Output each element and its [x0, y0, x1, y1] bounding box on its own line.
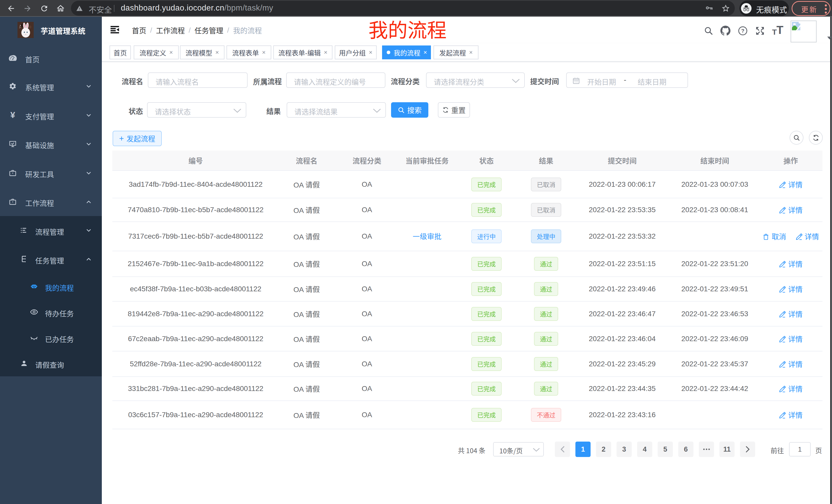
svg-text:¥: ¥ [10, 111, 15, 119]
svg-text:?: ? [741, 28, 745, 34]
